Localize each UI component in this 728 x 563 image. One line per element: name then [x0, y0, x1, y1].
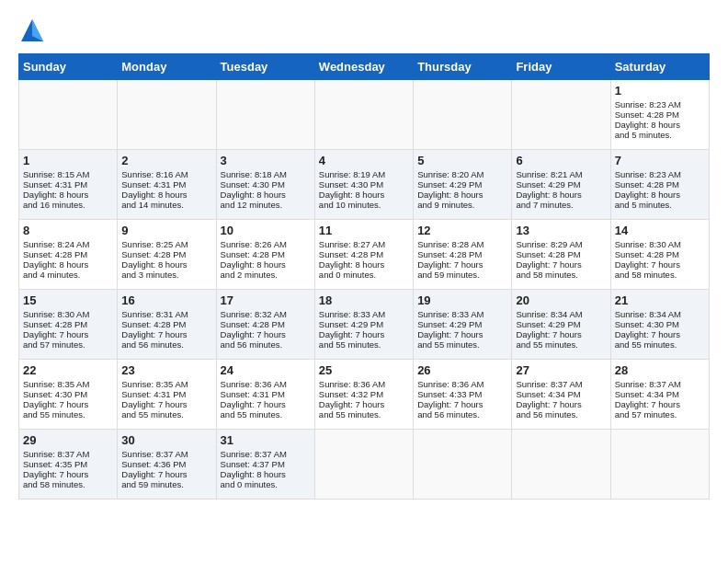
- daylight-hours: Daylight: 7 hours: [23, 399, 88, 409]
- daylight-hours: Daylight: 7 hours: [221, 329, 286, 339]
- calendar-cell: 4 Sunrise: 8:19 AM Sunset: 4:30 PM Dayli…: [314, 150, 413, 220]
- sunset: Sunset: 4:29 PM: [417, 319, 482, 329]
- daylight-hours: Daylight: 7 hours: [417, 259, 483, 270]
- header-day-wednesday: Wednesday: [314, 54, 413, 80]
- daylight-minutes: and 16 minutes.: [23, 200, 85, 210]
- daylight-hours: Daylight: 8 hours: [221, 190, 286, 200]
- day-number: 12: [417, 224, 507, 237]
- daylight-hours: Daylight: 7 hours: [615, 259, 680, 270]
- sunset: Sunset: 4:28 PM: [615, 109, 679, 120]
- sunset: Sunset: 4:35 PM: [23, 459, 87, 469]
- daylight-hours: Daylight: 7 hours: [221, 399, 286, 409]
- sunset: Sunset: 4:28 PM: [615, 249, 679, 259]
- day-number: 23: [121, 363, 211, 377]
- sunrise: Sunrise: 8:33 AM: [319, 309, 385, 319]
- sunrise: Sunrise: 8:37 AM: [615, 379, 681, 389]
- sunrise: Sunrise: 8:37 AM: [23, 449, 89, 459]
- sunrise: Sunrise: 8:30 AM: [23, 309, 89, 319]
- day-number: 25: [319, 363, 409, 377]
- calendar-cell: 31 Sunrise: 8:37 AM Sunset: 4:37 PM Dayl…: [216, 430, 314, 500]
- sunrise: Sunrise: 8:36 AM: [319, 379, 385, 389]
- header-day-friday: Friday: [512, 54, 610, 80]
- daylight-hours: Daylight: 7 hours: [121, 329, 187, 339]
- calendar-cell: 23 Sunrise: 8:35 AM Sunset: 4:31 PM Dayl…: [118, 360, 216, 430]
- sunrise: Sunrise: 8:36 AM: [221, 379, 287, 389]
- sunrise: Sunrise: 8:21 AM: [516, 169, 582, 179]
- week-row-4: 15 Sunrise: 8:30 AM Sunset: 4:28 PM Dayl…: [19, 290, 710, 360]
- sunset: Sunset: 4:34 PM: [516, 389, 580, 399]
- daylight-hours: Daylight: 7 hours: [319, 399, 384, 409]
- header-day-thursday: Thursday: [414, 54, 512, 80]
- sunset: Sunset: 4:30 PM: [615, 319, 679, 329]
- daylight-hours: Daylight: 7 hours: [615, 329, 680, 339]
- sunrise: Sunrise: 8:34 AM: [516, 309, 582, 319]
- calendar-cell: [314, 80, 413, 150]
- week-row-3: 8 Sunrise: 8:24 AM Sunset: 4:28 PM Dayli…: [19, 220, 710, 290]
- day-number: 17: [221, 293, 311, 307]
- calendar-cell: 12 Sunrise: 8:28 AM Sunset: 4:28 PM Dayl…: [414, 220, 512, 290]
- calendar-cell: 21 Sunrise: 8:34 AM Sunset: 4:30 PM Dayl…: [610, 290, 709, 360]
- sunset: Sunset: 4:31 PM: [121, 389, 186, 399]
- daylight-hours: Daylight: 8 hours: [516, 190, 581, 200]
- sunrise: Sunrise: 8:23 AM: [615, 99, 681, 109]
- sunset: Sunset: 4:28 PM: [23, 249, 87, 259]
- sunrise: Sunrise: 8:29 AM: [516, 239, 582, 249]
- day-number: 10: [221, 224, 311, 237]
- day-number: 24: [221, 363, 311, 377]
- daylight-hours: Daylight: 7 hours: [121, 399, 187, 409]
- day-number: 5: [417, 154, 507, 167]
- day-number: 19: [417, 293, 507, 307]
- day-number: 16: [121, 293, 211, 307]
- day-number: 14: [615, 224, 705, 237]
- daylight-hours: Daylight: 7 hours: [417, 329, 483, 339]
- sunrise: Sunrise: 8:16 AM: [121, 169, 188, 179]
- day-number: 3: [221, 154, 311, 167]
- sunset: Sunset: 4:30 PM: [319, 179, 383, 190]
- daylight-minutes: and 56 minutes.: [221, 339, 283, 350]
- logo: [18, 17, 50, 44]
- calendar-cell: 2 Sunrise: 8:16 AM Sunset: 4:31 PM Dayli…: [118, 150, 216, 220]
- day-number: 11: [319, 224, 409, 237]
- day-number: 21: [615, 293, 705, 307]
- sunrise: Sunrise: 8:23 AM: [615, 169, 681, 179]
- sunset: Sunset: 4:36 PM: [121, 459, 186, 469]
- calendar-cell: 22 Sunrise: 8:35 AM Sunset: 4:30 PM Dayl…: [19, 360, 118, 430]
- daylight-minutes: and 4 minutes.: [23, 270, 80, 280]
- daylight-hours: Daylight: 8 hours: [319, 190, 384, 200]
- daylight-minutes: and 55 minutes.: [417, 339, 480, 350]
- sunset: Sunset: 4:31 PM: [221, 389, 285, 399]
- sunrise: Sunrise: 8:31 AM: [121, 309, 188, 319]
- calendar-cell: [118, 80, 216, 150]
- sunset: Sunset: 4:29 PM: [516, 179, 580, 190]
- calendar-cell: 13 Sunrise: 8:29 AM Sunset: 4:28 PM Dayl…: [512, 220, 610, 290]
- sunset: Sunset: 4:28 PM: [516, 249, 580, 259]
- calendar-cell: 18 Sunrise: 8:33 AM Sunset: 4:29 PM Dayl…: [314, 290, 413, 360]
- calendar-cell: 1 Sunrise: 8:23 AM Sunset: 4:28 PM Dayli…: [610, 80, 709, 150]
- week-row-2: 1 Sunrise: 8:15 AM Sunset: 4:31 PM Dayli…: [19, 150, 710, 220]
- day-number: 15: [23, 293, 113, 307]
- day-number: 1: [23, 154, 113, 167]
- sunrise: Sunrise: 8:28 AM: [417, 239, 483, 249]
- day-number: 29: [23, 433, 113, 447]
- daylight-minutes: and 10 minutes.: [319, 200, 381, 210]
- calendar-cell: 19 Sunrise: 8:33 AM Sunset: 4:29 PM Dayl…: [414, 290, 512, 360]
- daylight-hours: Daylight: 7 hours: [319, 329, 384, 339]
- sunset: Sunset: 4:28 PM: [417, 249, 482, 259]
- sunrise: Sunrise: 8:19 AM: [319, 169, 385, 179]
- sunrise: Sunrise: 8:26 AM: [221, 239, 287, 249]
- day-number: 18: [319, 293, 409, 307]
- sunrise: Sunrise: 8:27 AM: [319, 239, 385, 249]
- calendar-cell: 29 Sunrise: 8:37 AM Sunset: 4:35 PM Dayl…: [19, 430, 118, 500]
- daylight-hours: Daylight: 8 hours: [121, 190, 187, 200]
- day-number: 28: [615, 363, 705, 377]
- daylight-minutes: and 55 minutes.: [23, 409, 85, 419]
- header-day-monday: Monday: [118, 54, 216, 80]
- daylight-minutes: and 57 minutes.: [23, 339, 85, 350]
- day-number: 7: [615, 154, 705, 167]
- daylight-hours: Daylight: 7 hours: [23, 469, 88, 479]
- calendar-cell: 1 Sunrise: 8:15 AM Sunset: 4:31 PM Dayli…: [19, 150, 118, 220]
- sunrise: Sunrise: 8:36 AM: [417, 379, 483, 389]
- logo-icon: [18, 17, 46, 44]
- daylight-minutes: and 5 minutes.: [615, 130, 672, 140]
- daylight-hours: Daylight: 7 hours: [417, 399, 483, 409]
